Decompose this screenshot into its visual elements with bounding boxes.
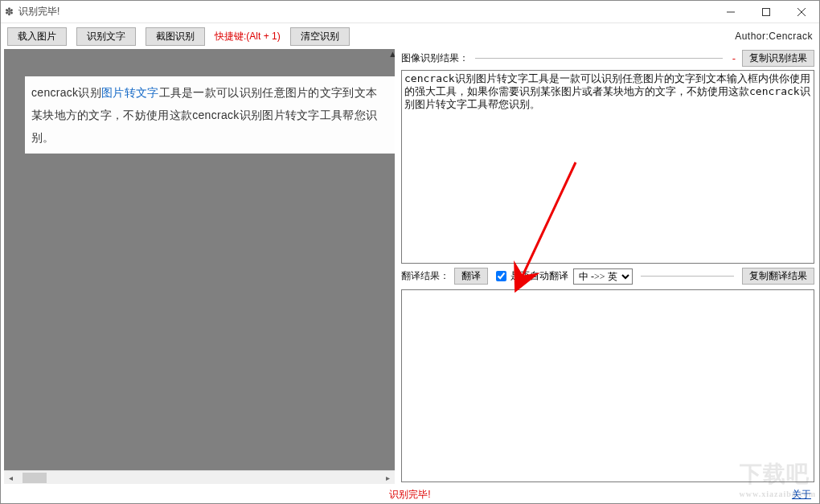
screenshot-recognize-button[interactable]: 截图识别: [146, 27, 205, 46]
minimize-button[interactable]: [713, 1, 748, 23]
translate-button[interactable]: 翻译: [454, 268, 488, 285]
scroll-track[interactable]: [18, 471, 381, 484]
dash-icon: -: [729, 52, 739, 64]
recognize-text-button[interactable]: 识别文字: [76, 27, 136, 46]
sample-link[interactable]: 图片转文字: [101, 86, 159, 99]
image-pane: ▲ cencrack识别图片转文字工具是一款可以识别任意图片的文字到文本 某块地…: [1, 49, 398, 486]
results-pane: 图像识别结果： - 复制识别结果 翻译结果： 翻译 是否自动翻译 中 ->> 英…: [398, 49, 819, 486]
auto-translate-input[interactable]: [496, 271, 506, 281]
app-icon: ✽: [1, 6, 17, 18]
image-sample-text: cencrack识别图片转文字工具是一款可以识别任意图片的文字到文本 某块地方的…: [25, 76, 395, 154]
shortcut-label: 快捷键:(Alt + 1): [215, 30, 281, 43]
maximize-button[interactable]: [748, 1, 784, 23]
status-bar: 识别完毕! 关于: [1, 486, 819, 503]
auto-translate-label: 是否自动翻译: [510, 269, 568, 283]
about-link[interactable]: 关于: [792, 488, 811, 502]
author-label: Author:Cencrack: [735, 31, 813, 42]
copy-translation-button[interactable]: 复制翻译结果: [742, 268, 814, 285]
translation-result-textarea[interactable]: [401, 289, 814, 483]
recognition-result-label: 图像识别结果：: [401, 51, 469, 65]
scroll-right-icon[interactable]: ▸: [381, 473, 395, 482]
close-button[interactable]: [784, 1, 819, 23]
status-text: 识别完毕!: [389, 488, 430, 502]
maximize-icon: [762, 8, 770, 16]
auto-translate-checkbox[interactable]: 是否自动翻译: [493, 268, 568, 284]
titlebar: ✽ 识别完毕!: [1, 1, 819, 23]
clear-recognize-button[interactable]: 清空识别: [290, 27, 350, 46]
translate-result-label: 翻译结果：: [401, 269, 449, 283]
close-icon: [797, 8, 806, 16]
scroll-left-icon[interactable]: ◂: [4, 473, 18, 482]
scroll-updown-icon: ▲: [388, 49, 395, 59]
translation-direction-select[interactable]: 中 ->> 英: [573, 268, 633, 285]
copy-recognition-button[interactable]: 复制识别结果: [742, 50, 814, 67]
minimize-icon: [727, 8, 735, 16]
load-image-button[interactable]: 载入图片: [7, 27, 67, 46]
recognition-result-textarea[interactable]: [401, 70, 814, 264]
window-title: 识别完毕!: [17, 5, 713, 18]
image-hscrollbar[interactable]: ◂ ▸: [4, 470, 395, 484]
svg-rect-1: [763, 8, 770, 15]
image-preview-area[interactable]: ▲ cencrack识别图片转文字工具是一款可以识别任意图片的文字到文本 某块地…: [4, 49, 395, 470]
scroll-thumb[interactable]: [23, 473, 47, 483]
toolbar: 载入图片 识别文字 截图识别 快捷键:(Alt + 1) 清空识别 Author…: [1, 23, 819, 49]
